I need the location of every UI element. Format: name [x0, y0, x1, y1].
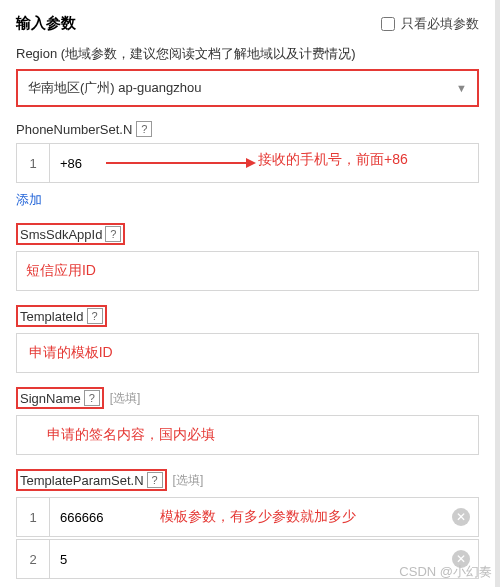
appid-input-wrap: 短信应用ID	[16, 251, 479, 291]
params-annotation: 模板参数，有多少参数就加多少	[160, 508, 356, 526]
template-input-wrap: 申请的模板ID	[16, 333, 479, 373]
appid-input[interactable]	[56, 264, 66, 279]
template-placeholder	[27, 346, 49, 361]
param-row-input-wrap: 模板参数，有多少参数就加多少 ✕	[50, 497, 479, 537]
sign-input[interactable]	[27, 428, 47, 443]
region-select[interactable]: 华南地区(广州) ap-guangzhou ▼	[16, 69, 479, 107]
appid-label-box: SmsSdkAppId ?	[16, 223, 125, 245]
params-label: TemplateParamSet.N	[20, 473, 144, 488]
template-label: TemplateId	[20, 309, 84, 324]
phone-label-text: PhoneNumberSet.N	[16, 122, 132, 137]
required-only-label: 只看必填参数	[401, 15, 479, 33]
appid-label: SmsSdkAppId	[20, 227, 102, 242]
sign-input-wrap: 申请的签名内容，国内必填	[16, 415, 479, 455]
template-label-box: TemplateId ?	[16, 305, 107, 327]
watermark: CSDN @小幻奏	[399, 563, 492, 581]
sign-optional: [选填]	[110, 390, 141, 407]
required-only-check[interactable]	[381, 17, 395, 31]
sign-annotation: 申请的签名内容，国内必填	[47, 426, 215, 444]
template-input[interactable]	[49, 346, 59, 361]
page-title: 输入参数	[16, 14, 76, 33]
dropdown-icon: ▼	[456, 82, 467, 94]
sign-label-box: SignName ?	[16, 387, 104, 409]
appid-placeholder	[27, 264, 56, 279]
region-label: Region (地域参数，建议您阅读文档了解地域以及计费情况)	[16, 45, 479, 63]
region-value: 华南地区(广州) ap-guangzhou	[28, 79, 201, 97]
phone-label: PhoneNumberSet.N ?	[16, 121, 479, 137]
params-optional: [选填]	[173, 472, 204, 489]
param-row-index: 1	[16, 497, 50, 537]
param-input-1[interactable]	[60, 510, 130, 525]
help-icon[interactable]: ?	[147, 472, 163, 488]
help-icon[interactable]: ?	[105, 226, 121, 242]
clear-icon[interactable]: ✕	[452, 508, 470, 526]
help-icon[interactable]: ?	[136, 121, 152, 137]
help-icon[interactable]: ?	[84, 390, 100, 406]
phone-add-link[interactable]: 添加	[16, 191, 42, 209]
phone-row-input-wrap	[50, 143, 479, 183]
phone-input[interactable]	[60, 156, 468, 171]
params-label-box: TemplateParamSet.N ?	[16, 469, 167, 491]
sign-label: SignName	[20, 391, 81, 406]
required-only-checkbox[interactable]: 只看必填参数	[381, 15, 479, 33]
phone-row-index: 1	[16, 143, 50, 183]
param-row-index: 2	[16, 539, 50, 579]
help-icon[interactable]: ?	[87, 308, 103, 324]
